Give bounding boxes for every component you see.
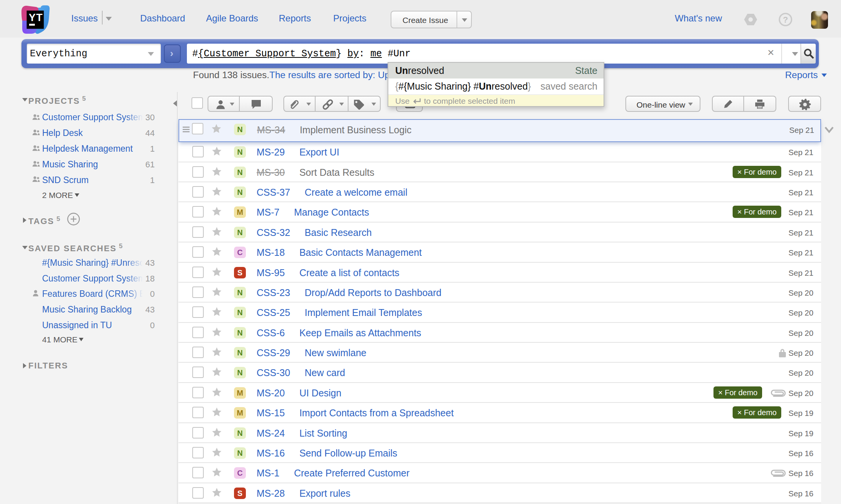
svg-text:YT: YT bbox=[29, 12, 43, 23]
svg-text:?: ? bbox=[783, 15, 788, 25]
